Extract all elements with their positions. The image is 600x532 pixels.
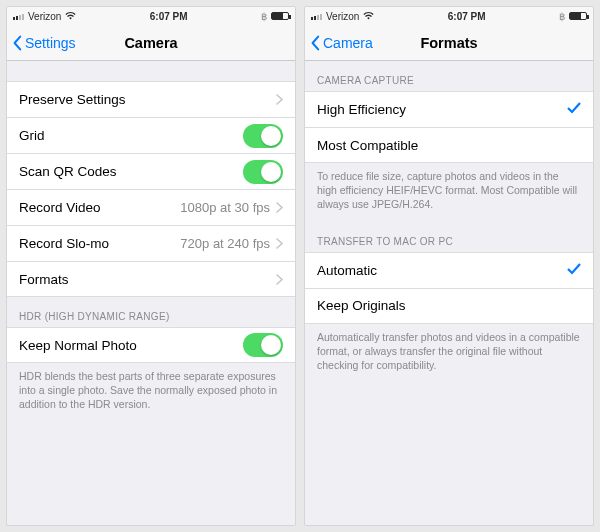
row-preserve-settings[interactable]: Preserve Settings: [7, 81, 295, 117]
nav-bar: Settings Camera: [7, 25, 295, 61]
content: CAMERA CAPTURE High Efficiency Most Comp…: [305, 61, 593, 525]
row-label: Keep Normal Photo: [19, 338, 243, 353]
bluetooth-icon: ฿: [261, 11, 267, 22]
carrier-label: Verizon: [28, 11, 61, 22]
signal-icon: [13, 12, 24, 20]
back-button[interactable]: Camera: [305, 35, 373, 51]
section-header-transfer: TRANSFER TO MAC OR PC: [305, 222, 593, 252]
row-label: Grid: [19, 128, 243, 143]
back-label: Camera: [323, 35, 373, 51]
row-label: Formats: [19, 272, 276, 287]
chevron-right-icon: [276, 94, 283, 105]
row-automatic[interactable]: Automatic: [305, 252, 593, 288]
row-value: 1080p at 30 fps: [180, 200, 270, 215]
row-label: Scan QR Codes: [19, 164, 243, 179]
row-high-efficiency[interactable]: High Efficiency: [305, 91, 593, 127]
toggle-grid[interactable]: [243, 124, 283, 148]
screen-formats: Verizon 6:07 PM ฿ Camera Formats CAMERA …: [304, 6, 594, 526]
content: Preserve Settings Grid Scan QR Codes Rec…: [7, 61, 295, 525]
row-label: Most Compatible: [317, 138, 581, 153]
status-bar: Verizon 6:07 PM ฿: [7, 7, 295, 25]
nav-bar: Camera Formats: [305, 25, 593, 61]
row-value: 720p at 240 fps: [180, 236, 270, 251]
row-label: Record Video: [19, 200, 180, 215]
section-header-hdr: HDR (HIGH DYNAMIC RANGE): [7, 297, 295, 327]
signal-icon: [311, 12, 322, 20]
battery-icon: [271, 12, 289, 20]
row-formats[interactable]: Formats: [7, 261, 295, 297]
time-label: 6:07 PM: [150, 11, 188, 22]
section-footer-hdr: HDR blends the best parts of three separ…: [7, 363, 295, 422]
chevron-right-icon: [276, 202, 283, 213]
wifi-icon: [363, 11, 374, 22]
toggle-keep-normal[interactable]: [243, 333, 283, 357]
check-icon: [567, 263, 581, 278]
section-footer-transfer: Automatically transfer photos and videos…: [305, 324, 593, 383]
row-scan-qr[interactable]: Scan QR Codes: [7, 153, 295, 189]
row-keep-originals[interactable]: Keep Originals: [305, 288, 593, 324]
row-label: Record Slo-mo: [19, 236, 180, 251]
chevron-left-icon: [309, 35, 321, 51]
section-footer-capture: To reduce file size, capture photos and …: [305, 163, 593, 222]
bluetooth-icon: ฿: [559, 11, 565, 22]
wifi-icon: [65, 11, 76, 22]
row-label: Keep Originals: [317, 298, 581, 313]
time-label: 6:07 PM: [448, 11, 486, 22]
row-record-slomo[interactable]: Record Slo-mo 720p at 240 fps: [7, 225, 295, 261]
battery-icon: [569, 12, 587, 20]
chevron-right-icon: [276, 238, 283, 249]
row-label: Preserve Settings: [19, 92, 276, 107]
row-label: Automatic: [317, 263, 567, 278]
chevron-right-icon: [276, 274, 283, 285]
back-button[interactable]: Settings: [7, 35, 76, 51]
check-icon: [567, 102, 581, 117]
status-bar: Verizon 6:07 PM ฿: [305, 7, 593, 25]
carrier-label: Verizon: [326, 11, 359, 22]
row-most-compatible[interactable]: Most Compatible: [305, 127, 593, 163]
row-label: High Efficiency: [317, 102, 567, 117]
chevron-left-icon: [11, 35, 23, 51]
toggle-qr[interactable]: [243, 160, 283, 184]
back-label: Settings: [25, 35, 76, 51]
row-grid[interactable]: Grid: [7, 117, 295, 153]
screen-camera-settings: Verizon 6:07 PM ฿ Settings Camera Preser…: [6, 6, 296, 526]
row-keep-normal[interactable]: Keep Normal Photo: [7, 327, 295, 363]
row-record-video[interactable]: Record Video 1080p at 30 fps: [7, 189, 295, 225]
section-header-capture: CAMERA CAPTURE: [305, 61, 593, 91]
